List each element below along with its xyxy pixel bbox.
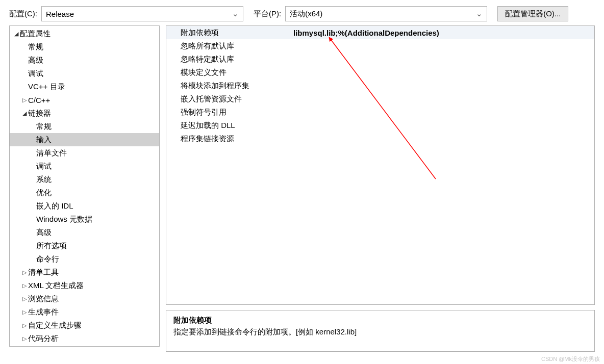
triangle-right-icon: ▷ — [21, 296, 28, 302]
tree-item[interactable]: ▷生成事件 — [10, 305, 159, 319]
property-label: 将模块添加到程序集 — [166, 81, 291, 91]
properties-panel: 附加依赖项libmysql.lib;%(AdditionalDependenci… — [166, 25, 595, 305]
tree-item[interactable]: 常规 — [10, 40, 159, 54]
tree-item[interactable]: 系统 — [10, 173, 159, 186]
description-panel: 附加依赖项 指定要添加到链接命令行的附加项。[例如 kernel32.lib] — [166, 310, 595, 352]
triangle-right-icon: ▷ — [21, 282, 28, 289]
tree-item[interactable]: ▷自定义生成步骤 — [10, 319, 159, 332]
chevron-down-icon: ⌄ — [476, 9, 483, 18]
tree-item[interactable]: 高级 — [10, 226, 159, 239]
tree-item[interactable]: 清单文件 — [10, 146, 159, 160]
tree-item-label: 优化 — [36, 188, 52, 198]
property-row[interactable]: 延迟加载的 DLL — [166, 119, 594, 132]
tree-root[interactable]: ◢ 配置属性 — [10, 27, 159, 40]
triangle-right-icon: ▷ — [21, 269, 28, 276]
tree-item-label: 常规 — [28, 42, 43, 52]
tree-item-label: 代码分析 — [28, 334, 59, 344]
tree-item-label: C/C++ — [28, 96, 50, 105]
tree-item-label: Windows 元数据 — [36, 215, 92, 224]
tree-item[interactable]: 输入 — [10, 133, 159, 146]
tree-item[interactable]: ▷代码分析 — [10, 332, 159, 345]
triangle-right-icon: ▷ — [21, 322, 28, 329]
tree-item-label: 浏览信息 — [28, 294, 59, 304]
chevron-down-icon: ⌄ — [232, 9, 239, 18]
tree-item-label: 清单文件 — [36, 148, 67, 158]
property-label: 程序集链接资源 — [166, 134, 291, 144]
tree-item[interactable]: 嵌入的 IDL — [10, 199, 159, 213]
tree-panel: ◢ 配置属性 常规高级调试VC++ 目录▷C/C++◢链接器常规输入清单文件调试… — [9, 25, 160, 347]
tree-item-label: 生成事件 — [28, 307, 59, 317]
description-text: 指定要添加到链接命令行的附加项。[例如 kernel32.lib] — [173, 327, 587, 337]
tree-item[interactable]: ▷C/C++ — [10, 93, 159, 107]
tree-item[interactable]: ◢链接器 — [10, 107, 159, 120]
top-bar: 配置(C): Release ⌄ 平台(P): 活动(x64) ⌄ 配置管理器(… — [0, 0, 604, 25]
tree-item[interactable]: 优化 — [10, 186, 159, 199]
property-label: 忽略所有默认库 — [166, 41, 291, 51]
config-combo-value: Release — [46, 10, 74, 18]
tree-item[interactable]: VC++ 目录 — [10, 80, 159, 93]
property-row[interactable]: 程序集链接资源 — [166, 132, 594, 145]
tree-item[interactable]: ▷清单工具 — [10, 266, 159, 279]
property-label: 附加依赖项 — [166, 28, 291, 38]
tree-item[interactable]: 调试 — [10, 67, 159, 80]
config-manager-button[interactable]: 配置管理器(O)... — [497, 6, 568, 21]
config-combo[interactable]: Release ⌄ — [41, 6, 243, 21]
watermark: CSDN @Mk没伞的男孩 — [541, 355, 600, 363]
tree-item-label: 自定义生成步骤 — [28, 321, 82, 330]
triangle-down-icon: ◢ — [13, 31, 20, 37]
tree-item-label: 常规 — [36, 122, 52, 132]
tree-item-label: 命令行 — [36, 254, 59, 264]
tree-item-label: 嵌入的 IDL — [36, 201, 73, 211]
description-title: 附加依赖项 — [173, 316, 587, 325]
tree-item-label: VC++ 目录 — [28, 82, 65, 92]
tree-item-label: 链接器 — [28, 109, 51, 118]
platform-label: 平台(P): — [254, 9, 281, 19]
tree-item[interactable]: ▷浏览信息 — [10, 292, 159, 305]
property-row[interactable]: 将模块添加到程序集 — [166, 79, 594, 92]
tree-item-label: 输入 — [36, 135, 52, 145]
tree-item[interactable]: 高级 — [10, 54, 159, 67]
property-label: 忽略特定默认库 — [166, 55, 291, 64]
triangle-down-icon: ◢ — [21, 110, 28, 117]
tree-item[interactable]: 所有选项 — [10, 239, 159, 252]
platform-combo[interactable]: 活动(x64) ⌄ — [285, 6, 487, 21]
property-row[interactable]: 嵌入托管资源文件 — [166, 92, 594, 106]
property-label: 延迟加载的 DLL — [166, 121, 291, 131]
property-row[interactable]: 附加依赖项libmysql.lib;%(AdditionalDependenci… — [166, 26, 594, 39]
tree-item-label: 系统 — [36, 175, 52, 185]
property-label: 模块定义文件 — [166, 68, 291, 77]
tree-item[interactable]: ▷XML 文档生成器 — [10, 279, 159, 292]
triangle-right-icon: ▷ — [21, 335, 28, 342]
property-label: 嵌入托管资源文件 — [166, 94, 291, 104]
property-row[interactable]: 忽略特定默认库 — [166, 53, 594, 66]
tree-item[interactable]: 命令行 — [10, 252, 159, 266]
tree-item-label: 清单工具 — [28, 268, 59, 277]
property-value: libmysql.lib;%(AdditionalDependencies) — [291, 29, 594, 37]
tree-item-label: 调试 — [36, 162, 52, 171]
property-row[interactable]: 模块定义文件 — [166, 66, 594, 79]
tree-item[interactable]: Windows 元数据 — [10, 213, 159, 226]
property-label: 强制符号引用 — [166, 108, 291, 117]
tree-item[interactable]: 常规 — [10, 120, 159, 133]
config-label: 配置(C): — [9, 9, 37, 19]
tree-item-label: XML 文档生成器 — [28, 281, 84, 291]
platform-combo-value: 活动(x64) — [290, 9, 322, 19]
tree-item-label: 高级 — [28, 56, 43, 65]
tree-item[interactable]: 调试 — [10, 160, 159, 173]
tree-item-label: 所有选项 — [36, 241, 67, 251]
tree-item-label: 高级 — [36, 228, 52, 238]
triangle-right-icon: ▷ — [21, 309, 28, 316]
triangle-right-icon: ▷ — [21, 97, 28, 103]
property-row[interactable]: 忽略所有默认库 — [166, 39, 594, 53]
property-row[interactable]: 强制符号引用 — [166, 106, 594, 119]
tree-item-label: 调试 — [28, 69, 43, 79]
